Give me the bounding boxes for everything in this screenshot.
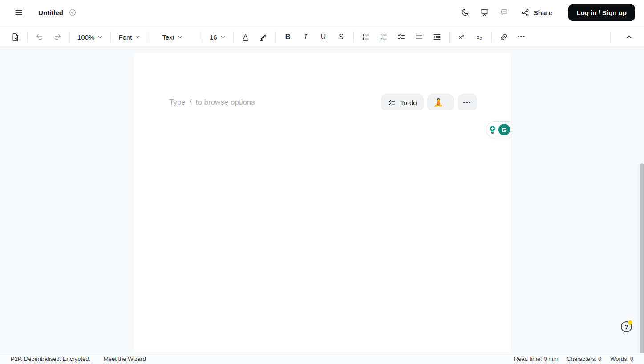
suggestion-bulb-icon [488, 125, 498, 135]
chevron-up-icon [625, 33, 632, 41]
font-family-dropdown[interactable]: Font [114, 29, 145, 45]
tagline-text: P2P. Decentralised. Encrypted. [11, 356, 90, 362]
toolbar-separator [148, 32, 148, 42]
checklist-icon [397, 33, 406, 41]
align-left-icon [415, 33, 424, 41]
characters-stat: Characters: 0 [567, 356, 601, 362]
zoom-level-dropdown[interactable]: 100% [73, 29, 107, 45]
dark-mode-toggle[interactable] [457, 4, 473, 20]
collapse-toolbar-button[interactable] [620, 29, 638, 45]
words-stat: Words: 0 [610, 356, 633, 362]
notification-dot-badge [628, 320, 632, 325]
menu-button[interactable] [11, 4, 27, 20]
svg-text:2: 2 [380, 37, 382, 41]
bullet-list-button[interactable] [357, 29, 375, 45]
bold-button[interactable]: B [279, 29, 297, 45]
undo-button[interactable] [31, 29, 49, 45]
highlighter-icon [259, 33, 268, 42]
toolbar-separator [202, 32, 202, 42]
svg-text:1: 1 [380, 33, 382, 37]
toolbar-separator [353, 32, 354, 42]
superscript-button[interactable]: x² [453, 29, 470, 45]
indent-button[interactable] [428, 29, 446, 45]
numbered-list-button[interactable]: 12 [375, 29, 393, 45]
quick-actions: To-do 🧘 ••• [381, 94, 477, 110]
superscript-icon: x² [459, 33, 464, 41]
export-document-button[interactable] [6, 29, 24, 45]
chevron-down-icon [135, 34, 140, 40]
editor-placeholder[interactable]: Type / to browse options [169, 98, 255, 107]
indent-icon [433, 33, 441, 41]
comments-button[interactable] [496, 4, 512, 20]
hamburger-icon [14, 8, 23, 17]
redo-button[interactable] [49, 29, 66, 45]
subscript-button[interactable]: x₂ [470, 29, 488, 45]
more-dots-icon: ••• [463, 99, 471, 106]
chevron-down-icon [178, 34, 183, 40]
editor-background: Type / to browse options To-do 🧘 ••• [0, 49, 644, 353]
status-bar: P2P. Decentralised. Encrypted. Meet the … [0, 353, 644, 364]
document-title[interactable]: Untitled [38, 9, 63, 16]
text-color-icon: A [243, 33, 248, 41]
bullet-list-icon [361, 33, 370, 41]
chevron-down-icon [220, 34, 226, 40]
toolbar-more-button[interactable]: ••• [513, 29, 531, 45]
toolbar-separator [449, 32, 450, 42]
meet-the-wizard-link[interactable]: Meet the Wizard [104, 356, 146, 362]
saved-check-circle-icon [69, 8, 77, 16]
question-mark-icon: ? [625, 323, 628, 330]
style-label: Text [162, 33, 174, 41]
todo-quick-button[interactable]: To-do [381, 94, 424, 110]
align-button[interactable] [410, 29, 428, 45]
breathe-quick-button[interactable]: 🧘 [427, 94, 454, 110]
todo-label: To-do [400, 99, 417, 106]
redo-icon [53, 33, 62, 41]
formatting-toolbar: 100% Font Text 16 A B I U S [0, 25, 644, 49]
strikethrough-button[interactable]: S [332, 29, 350, 45]
toolbar-separator [110, 32, 111, 42]
top-bar: Untitled Share Log in / Sign up [0, 0, 644, 25]
toolbar-separator [69, 32, 70, 42]
toolbar-separator [275, 32, 276, 42]
first-line: Type / to browse options To-do 🧘 ••• [134, 94, 511, 110]
grammarly-widget[interactable]: G [486, 121, 511, 138]
underline-button[interactable]: U [315, 29, 332, 45]
link-icon [499, 33, 508, 41]
text-color-button[interactable]: A [237, 29, 255, 45]
document-page[interactable]: Type / to browse options To-do 🧘 ••• [134, 53, 511, 352]
checklist-icon [388, 98, 396, 107]
chevron-down-icon [97, 34, 103, 40]
toolbar-separator [27, 32, 28, 42]
vertical-scrollbar-thumb[interactable] [640, 163, 644, 364]
bold-icon: B [285, 33, 290, 41]
subscript-icon: x₂ [476, 33, 482, 41]
login-signup-button[interactable]: Log in / Sign up [568, 4, 635, 21]
font-label: Font [118, 33, 132, 41]
link-button[interactable] [495, 29, 513, 45]
checklist-button[interactable] [393, 29, 410, 45]
font-size-dropdown[interactable]: 16 [205, 29, 230, 45]
share-button[interactable]: Share [516, 4, 558, 20]
zoom-value: 100% [77, 33, 94, 41]
topbar-actions: Share Log in / Sign up [457, 4, 635, 21]
paragraph-style-dropdown[interactable]: Text [158, 29, 187, 45]
help-button[interactable]: ? [621, 321, 632, 332]
toolbar-separator [491, 32, 492, 42]
presentation-icon [480, 8, 489, 17]
toolbar-separator [233, 32, 234, 42]
read-time-stat: Read time: 0 min [514, 356, 558, 362]
more-quick-button[interactable]: ••• [458, 94, 477, 110]
document-stats: Read time: 0 min Characters: 0 Words: 0 [514, 356, 633, 362]
font-size-value: 16 [210, 33, 217, 41]
italic-icon: I [304, 33, 307, 41]
moon-icon [461, 8, 470, 17]
grammarly-logo-icon: G [498, 124, 510, 135]
document-download-icon [11, 33, 20, 42]
undo-icon [35, 33, 44, 41]
present-button[interactable] [477, 4, 493, 20]
toolbar-separator [610, 32, 611, 42]
placeholder-slash: / [190, 98, 192, 107]
highlight-button[interactable] [255, 29, 272, 45]
italic-button[interactable]: I [297, 29, 315, 45]
share-label: Share [534, 9, 552, 16]
